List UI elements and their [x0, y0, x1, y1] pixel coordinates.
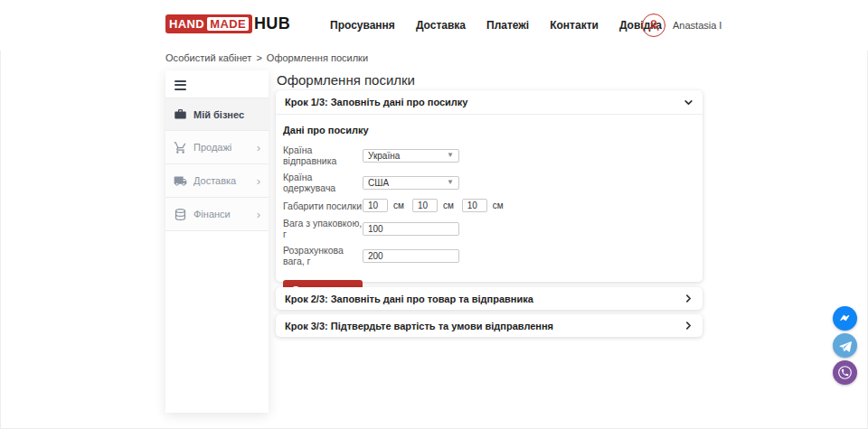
avatar: [642, 14, 665, 37]
step2-label: Крок 2/3: Заповніть дані про товар та ві…: [285, 294, 533, 304]
weight-calc-row: Розрахункова вага, г: [283, 245, 695, 266]
breadcrumb-separator: >: [256, 52, 261, 63]
brand-logo[interactable]: HANDMADE HUB: [165, 14, 290, 33]
logo-red-box: HANDMADE: [165, 14, 252, 33]
person-icon: [646, 17, 662, 33]
breadcrumb-current: Оформлення посилки: [267, 52, 368, 63]
chevron-down-icon: [684, 98, 693, 107]
weight-calc-label: Розрахункова вага, г: [283, 245, 363, 266]
breadcrumb-home[interactable]: Особистий кабінет: [165, 52, 251, 63]
step1-header[interactable]: Крок 1/3: Заповніть дані про посилку: [276, 90, 703, 115]
top-header: HANDMADE HUB Просування Доставка Платежі…: [0, 0, 868, 51]
nav-item-promotion[interactable]: Просування: [330, 19, 395, 32]
logo-part-hub: HUB: [254, 14, 290, 33]
recipient-country-value: США: [368, 178, 389, 188]
step3-card: Крок 3/3: Підтвердьте вартість та умови …: [276, 314, 703, 337]
recipient-country-select[interactable]: США ▼: [363, 176, 459, 190]
messenger-button[interactable]: [833, 306, 857, 331]
chevron-right-icon: [684, 321, 693, 331]
recipient-country-row: Країна одержувача США ▼: [283, 172, 695, 193]
hamburger-menu-icon[interactable]: [172, 76, 190, 92]
dimension-unit: см: [393, 201, 404, 210]
chevron-right-icon: ›: [257, 209, 260, 220]
logo-part-hand: HAND: [169, 17, 204, 31]
sidebar-item-label: Продажі: [193, 142, 231, 153]
sender-country-row: Країна відправника Україна ▼: [283, 145, 695, 166]
dimension-height-input[interactable]: [462, 199, 487, 212]
sidebar-item-label: Фінанси: [193, 209, 231, 219]
select-arrow-icon: ▼: [447, 152, 454, 159]
sidebar-item-my-business[interactable]: Мій бізнес: [165, 98, 269, 131]
parcel-form: Дані про посилку Країна відправника Укра…: [276, 115, 703, 308]
dimensions-row: Габарити посилки см см см: [283, 199, 695, 212]
sidebar: Мій бізнес Продажі › Доставка › Фінанси …: [165, 70, 269, 413]
coins-icon: [174, 208, 187, 221]
nav-item-payments[interactable]: Платежі: [486, 19, 529, 32]
sender-country-select[interactable]: Україна ▼: [363, 149, 459, 163]
floating-contact-buttons: [833, 306, 857, 385]
user-account[interactable]: Anastasia I: [642, 14, 722, 37]
dimension-width-input[interactable]: [412, 199, 438, 212]
step3-header[interactable]: Крок 3/3: Підтвердьте вартість та умови …: [276, 314, 703, 337]
dimensions-label: Габарити посилки: [283, 201, 363, 211]
chevron-right-icon: ›: [257, 175, 260, 187]
sender-country-label: Країна відправника: [283, 145, 363, 166]
nav-item-delivery[interactable]: Доставка: [416, 19, 466, 32]
main-nav: Просування Доставка Платежі Контакти Дов…: [330, 0, 662, 51]
dimension-unit: см: [443, 201, 454, 210]
page-title: Оформлення посилки: [277, 72, 415, 88]
dimension-length-input[interactable]: [363, 199, 388, 212]
telegram-button[interactable]: [833, 333, 857, 358]
step2-header[interactable]: Крок 2/3: Заповніть дані про товар та ві…: [276, 287, 703, 310]
recipient-country-label: Країна одержувача: [283, 172, 363, 193]
dimension-unit: см: [493, 201, 504, 210]
step1-label: Крок 1/3: Заповніть дані про посилку: [285, 97, 467, 107]
sender-country-value: Україна: [368, 151, 400, 161]
viber-button[interactable]: [833, 360, 857, 385]
weight-packed-label: Вага з упаковкою, г: [283, 218, 363, 239]
sidebar-item-label: Доставка: [193, 175, 236, 186]
weight-packed-row: Вага з упаковкою, г: [283, 218, 695, 239]
briefcase-icon: [174, 107, 187, 121]
logo-part-made: MADE: [207, 17, 249, 31]
viber-icon: [836, 364, 854, 381]
sidebar-item-delivery[interactable]: Доставка ›: [165, 164, 269, 198]
sidebar-item-finance[interactable]: Фінанси ›: [165, 198, 269, 231]
sidebar-item-sales[interactable]: Продажі ›: [165, 131, 269, 164]
user-name: Anastasia I: [673, 20, 722, 31]
weight-packed-input[interactable]: [363, 222, 459, 236]
step3-label: Крок 3/3: Підтвердьте вартість та умови …: [285, 321, 553, 331]
breadcrumb: Особистий кабінет > Оформлення посилки: [165, 52, 368, 63]
messenger-icon: [837, 311, 853, 326]
truck-icon: [174, 174, 187, 188]
telegram-icon: [838, 339, 853, 353]
form-section-title: Дані про посилку: [283, 125, 695, 135]
sidebar-menu: Мій бізнес Продажі › Доставка › Фінанси …: [165, 98, 269, 231]
select-arrow-icon: ▼: [447, 179, 454, 186]
nav-item-contacts[interactable]: Контакти: [550, 19, 599, 32]
chevron-right-icon: ›: [257, 142, 260, 154]
sidebar-item-label: Мій бізнес: [193, 109, 244, 120]
weight-calc-input[interactable]: [363, 249, 459, 263]
step2-card: Крок 2/3: Заповніть дані про товар та ві…: [276, 287, 703, 310]
step1-card: Крок 1/3: Заповніть дані про посилку Дан…: [276, 90, 703, 282]
cart-icon: [174, 141, 187, 154]
chevron-right-icon: [684, 294, 693, 303]
